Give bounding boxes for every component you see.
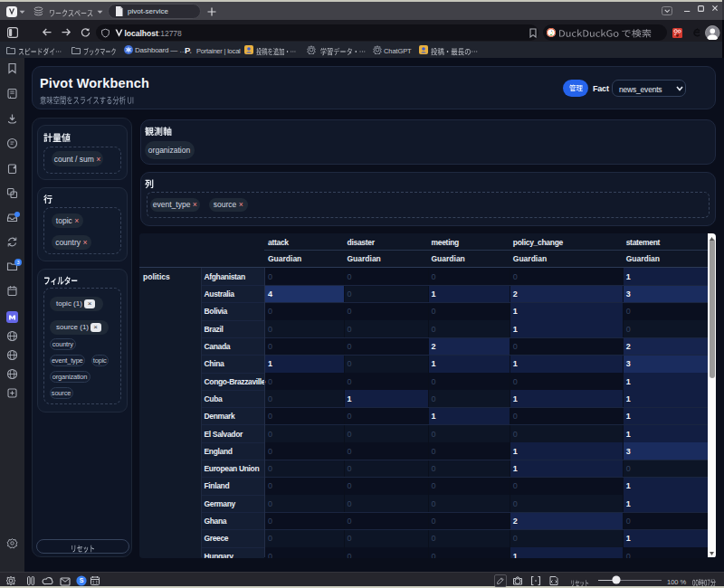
svg-text:3: 3 [16,260,19,265]
svg-text:S: S [79,577,83,583]
